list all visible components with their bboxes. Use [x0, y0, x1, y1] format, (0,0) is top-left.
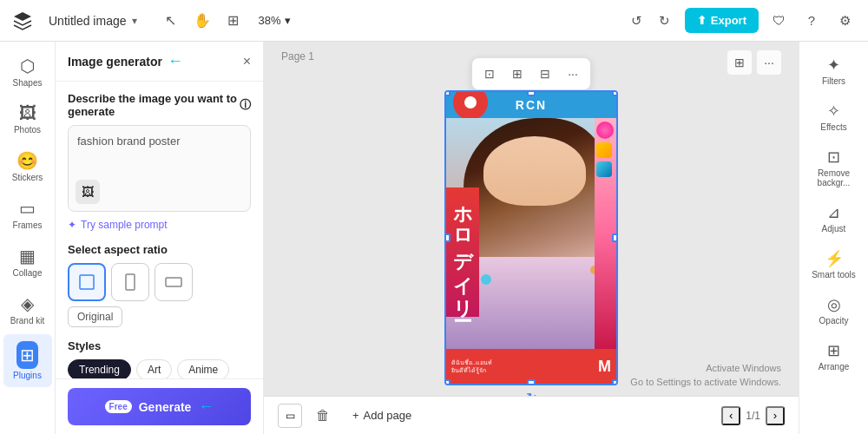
generate-label: Generate	[139, 400, 192, 414]
filters-label: Filters	[822, 76, 845, 86]
canvas-more-button[interactable]: ···	[757, 50, 781, 75]
panel-title-area: Image generator ←	[68, 52, 183, 70]
frames-icon: ▭	[19, 198, 36, 219]
document-title: Untitled image	[49, 14, 127, 28]
export-button[interactable]: ⬆ Export	[685, 8, 759, 33]
sidebar-item-stickers[interactable]: 😊 Stickers	[3, 143, 52, 189]
hand-tool-button[interactable]: ✋	[189, 8, 215, 34]
right-item-filters[interactable]: ✦ Filters	[803, 49, 865, 93]
sidebar-item-plugins[interactable]: ⊞ Plugins	[3, 334, 52, 387]
frames-label: Frames	[13, 220, 43, 230]
smart-tools-icon: ⚡	[825, 249, 844, 268]
poster-bottom-text-area: ดิฉันชื่อ..แอนท์ยินดีที่ได้รู้จัก	[451, 358, 492, 374]
effects-icon: ✧	[827, 102, 840, 121]
poster-woman-bg: ホロデイリー	[446, 118, 616, 349]
topbar-tools: ↖ ✋ ⊞ 38% ▾	[158, 8, 298, 34]
next-page-button[interactable]: ›	[766, 406, 785, 425]
sidebar-item-photos[interactable]: 🖼 Photos	[3, 96, 52, 141]
prompt-section: Describe the image you want to generate …	[68, 92, 251, 118]
original-ratio-button[interactable]: Original	[68, 306, 122, 327]
prompt-box[interactable]: fashion brand poster 🖼	[68, 125, 251, 212]
zoom-control[interactable]: 38% ▾	[252, 10, 298, 30]
help-button[interactable]: ?	[799, 8, 825, 34]
replace-tool-button[interactable]: ⊟	[533, 62, 557, 86]
styles-label: Styles	[68, 339, 251, 352]
ratio-landscape-button[interactable]	[155, 263, 193, 301]
generate-arrow-icon: ←	[198, 398, 214, 416]
flower2	[481, 274, 491, 285]
selection-handle-mid-left[interactable]	[444, 233, 450, 242]
right-item-remove-bg[interactable]: ⊡ Remove backgr...	[803, 141, 865, 194]
crop-tool-button[interactable]: ⊡	[477, 62, 502, 86]
sidebar-item-brand[interactable]: ◈ Brand kit	[3, 286, 52, 332]
add-image-to-prompt-button[interactable]: 🖼	[76, 180, 100, 204]
selection-handle-top-mid[interactable]	[527, 90, 536, 96]
sidebar-item-frames[interactable]: ▭ Frames	[3, 191, 52, 237]
shapes-icon: ⬡	[20, 56, 35, 76]
ratio-options	[68, 263, 251, 301]
right-sidebar: ✦ Filters ✧ Effects ⊡ Remove backgr... ⊿…	[799, 42, 868, 434]
plugins-label: Plugins	[13, 371, 42, 380]
image-toolbar: ⊡ ⊞ ⊟ ···	[471, 57, 591, 90]
selection-handle-bottom-mid[interactable]	[527, 379, 536, 385]
delete-page-button[interactable]: 🗑	[311, 404, 335, 428]
prev-page-button[interactable]: ‹	[721, 406, 740, 425]
sidebar-item-shapes[interactable]: ⬡ Shapes	[3, 49, 52, 95]
app-logo	[10, 9, 35, 33]
right-item-adjust[interactable]: ⊿ Adjust	[803, 196, 865, 240]
undo-redo-group: ↺ ↻	[624, 8, 678, 34]
canvas-area[interactable]: Page 1 ⊞ ··· ⊡ ⊞ ⊟ ···	[264, 42, 799, 434]
panel-close-button[interactable]: ×	[243, 54, 251, 69]
style-tab-anime[interactable]: Anime	[177, 359, 229, 378]
export-label: Export	[711, 14, 746, 27]
settings-button[interactable]: ⚙	[832, 8, 858, 34]
left-sidebar: ⬡ Shapes 🖼 Photos 😊 Stickers ▭ Frames ▦ …	[0, 42, 56, 434]
right-item-effects[interactable]: ✧ Effects	[803, 95, 865, 139]
select-tool-button[interactable]: ↖	[158, 8, 184, 34]
topbar: Untitled image ▾ ↖ ✋ ⊞ 38% ▾ ↺ ↻ ⬆ Expor…	[0, 0, 868, 42]
add-page-icon: +	[352, 409, 359, 422]
selection-handle-top-left[interactable]	[444, 90, 450, 96]
zoom-chevron-icon: ▾	[285, 14, 291, 27]
page-settings-button[interactable]: ▭	[278, 404, 302, 428]
redo-button[interactable]: ↻	[652, 8, 678, 34]
selected-image[interactable]: RCN	[444, 90, 618, 385]
poster-vertical-text: ホロデイリー	[446, 187, 479, 317]
stickers-icon: 😊	[16, 150, 38, 171]
style-tab-art[interactable]: Art	[136, 359, 172, 378]
grid-tool-button[interactable]: ⊞	[220, 8, 247, 34]
undo-button[interactable]: ↺	[624, 8, 650, 34]
ratio-portrait-button[interactable]	[111, 263, 149, 301]
effects-label: Effects	[820, 122, 846, 132]
poster-rcn-text: RCN	[516, 98, 547, 112]
right-item-arrange[interactable]: ⊞ Arrange	[803, 334, 865, 378]
styles-section: Styles Trending Art Anime	[68, 339, 251, 378]
selection-handle-bottom-right[interactable]	[612, 379, 618, 385]
panel-title-text: Image generator	[68, 55, 162, 69]
right-item-smart-tools[interactable]: ⚡ Smart tools	[803, 242, 865, 286]
ratio-square-button[interactable]	[68, 263, 106, 301]
more-tool-button[interactable]: ···	[561, 62, 585, 86]
sidebar-item-collage[interactable]: ▦ Collage	[3, 239, 52, 285]
flip-tool-button[interactable]: ⊞	[505, 62, 529, 86]
add-page-button[interactable]: + Add page	[344, 404, 420, 426]
sample-prompt-sparkle-icon: ✦	[68, 219, 76, 231]
right-item-opacity[interactable]: ◎ Opacity	[803, 288, 865, 332]
generate-button[interactable]: Free Generate ←	[68, 388, 251, 425]
zoom-value: 38%	[259, 14, 281, 27]
selection-handle-bottom-left[interactable]	[444, 379, 450, 385]
aspect-ratio-label: Select aspect ratio	[68, 243, 251, 256]
style-tab-trending[interactable]: Trending	[68, 359, 131, 378]
shield-button[interactable]: 🛡	[766, 8, 792, 34]
info-icon: ⓘ	[240, 97, 251, 113]
sample-prompt-link[interactable]: ✦ Try sample prompt	[68, 219, 251, 231]
canvas-copy-button[interactable]: ⊞	[727, 50, 752, 75]
selection-handle-mid-right[interactable]	[612, 233, 618, 242]
selection-handle-top-right[interactable]	[612, 90, 618, 96]
brand-label: Brand kit	[10, 316, 44, 326]
watermark-line1: Activate Windows	[630, 362, 781, 375]
title-area[interactable]: Untitled image ▾	[49, 14, 137, 28]
free-badge: Free	[105, 400, 132, 413]
smart-tools-label: Smart tools	[812, 270, 856, 279]
panel-body: Describe the image you want to generate …	[56, 82, 263, 378]
